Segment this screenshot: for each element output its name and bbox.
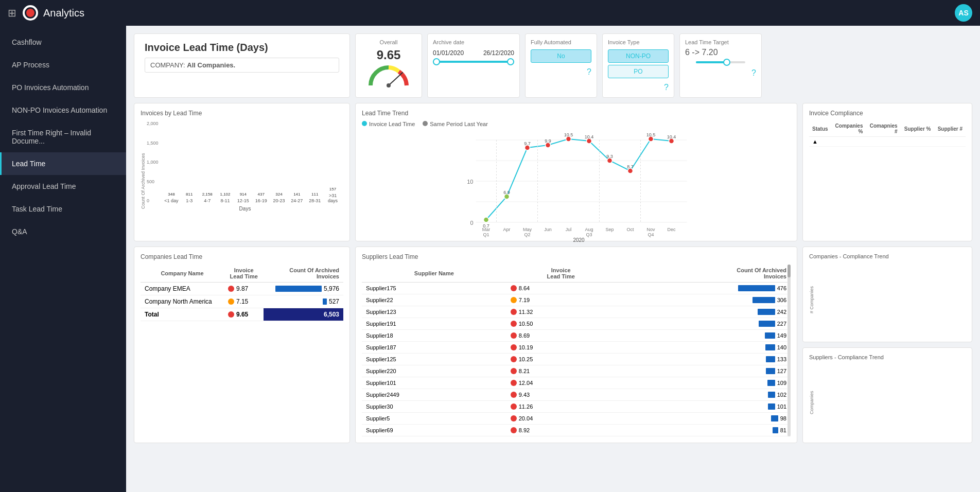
fully-automated-help-icon[interactable]: ?: [587, 67, 591, 77]
svg-text:Oct: Oct: [626, 227, 634, 232]
fully-automated-card: Fully Automated No ?: [525, 33, 597, 98]
companies-th-lt: InvoiceLead Time: [224, 265, 264, 283]
trend-legend: Invoice Lead Time Same Period Last Year: [362, 121, 791, 127]
companies-lead-time-card: Companies Lead Time Company Name Invoice…: [134, 247, 350, 443]
compliance-th-supplier-num: Supplier #: [934, 121, 966, 137]
suppliers-lt-table: Supplier Name InvoiceLead Time Count Of …: [362, 265, 791, 436]
lead-time-target-value: 6 -> 7.20: [685, 48, 756, 57]
suppliers-th-count: Count Of ArchivedInvoices: [616, 265, 791, 283]
svg-text:8.7: 8.7: [627, 164, 634, 169]
table-row: Supplier187 10.19 140: [362, 342, 791, 354]
gauge-svg: [365, 62, 412, 91]
archive-date-card: Archive date 01/01/2020 26/12/2020: [427, 33, 520, 98]
companies-lt-table: Company Name InvoiceLead Time Count Of A…: [141, 265, 343, 321]
grid-icon[interactable]: ⊞: [8, 7, 16, 19]
invoice-type-help-icon[interactable]: ?: [664, 83, 669, 92]
suppliers-compliance-trend-label: Suppliers - Compliance Trend: [809, 354, 966, 360]
compliance-table: Status Companies% Comapnies# Supplier % …: [809, 121, 966, 147]
archive-date-label: Archive date: [433, 39, 514, 45]
lead-time-target-help-icon[interactable]: ?: [751, 68, 756, 78]
invoices-chart-title: Invoices by Lead Time: [141, 110, 343, 117]
sidebar: Cashflow AP Process PO Invoices Automati…: [0, 26, 126, 492]
app-title: Analytics: [43, 7, 955, 19]
sidebar-item-task-lead-time[interactable]: Task Lead Time: [0, 198, 126, 220]
legend-last-year: Same Period Last Year: [423, 121, 488, 127]
dot-icon: [511, 297, 517, 303]
suppliers-lt-title: Suppliers Lead Time: [362, 253, 791, 260]
invoice-type-nonpo-btn[interactable]: NON-PO: [608, 49, 669, 63]
svg-line-0: [389, 73, 402, 85]
svg-text:10.5: 10.5: [564, 132, 573, 137]
page-title: Invoice Lead Time (Days): [145, 42, 339, 54]
main-content: Invoice Lead Time (Days) COMPANY: All Co…: [126, 26, 980, 492]
bar-group-9: 111 28-31: [307, 192, 323, 203]
table-row: Supplier220 8.21 127: [362, 365, 791, 377]
date-slider-track[interactable]: [433, 61, 514, 63]
compliance-th-companies-num: Comapnies#: [866, 121, 900, 137]
sidebar-item-first-time-right[interactable]: First Time Right – Invalid Docume...: [0, 121, 126, 152]
invoices-by-lead-time-card: Invoices by Lead Time Count Of Archived …: [134, 103, 350, 241]
archive-date-from: 01/01/2020: [433, 49, 464, 57]
sidebar-item-qa[interactable]: Q&A: [0, 220, 126, 243]
svg-text:9.7: 9.7: [524, 141, 531, 146]
dot-red-icon: [228, 286, 234, 292]
sidebar-item-approval-lead-time[interactable]: Approval Lead Time: [0, 175, 126, 198]
dot-orange-icon: [228, 298, 234, 305]
svg-text:Jun: Jun: [544, 227, 552, 232]
dot-icon: [511, 356, 517, 362]
mid-row: Invoices by Lead Time Count Of Archived …: [134, 103, 972, 241]
table-row: Company North America 7.15 527: [141, 295, 343, 308]
suppliers-th-lt: InvoiceLead Time: [506, 265, 616, 283]
table-row: Supplier2449 9.43 102: [362, 389, 791, 401]
top-row: Invoice Lead Time (Days) COMPANY: All Co…: [134, 33, 972, 98]
svg-point-1: [387, 83, 391, 87]
invoice-compliance-card: Invoice Compliance Status Companies% Com…: [802, 103, 972, 241]
sidebar-item-nonpo-invoices[interactable]: NON-PO Invoices Automation: [0, 99, 126, 121]
gauge: [365, 62, 412, 91]
svg-text:9.3: 9.3: [606, 154, 613, 159]
bar-group-6: 437 16-19: [253, 192, 269, 203]
sidebar-item-po-invoices[interactable]: PO Invoices Automation: [0, 76, 126, 99]
svg-text:6.9: 6.9: [503, 190, 510, 195]
company-filter[interactable]: COMPANY: All Companies.: [145, 58, 339, 73]
lead-time-target-card: Lead Time Target 6 -> 7.20 ?: [679, 33, 762, 98]
fully-automated-no-btn[interactable]: No: [531, 49, 591, 63]
table-row: Supplier22 7.19 306: [362, 294, 791, 306]
suppliers-compliance-y-label: Companies: [809, 363, 814, 414]
companies-compliance-trend-label: Companies - Compliance Trend: [809, 253, 966, 259]
dot-red-icon: [228, 311, 234, 318]
invoice-type-label: Invoice Type: [608, 39, 669, 45]
dot-icon: [511, 344, 517, 350]
bar-group-8: 141 24-27: [289, 192, 305, 203]
invoice-type-card: Invoice Type NON-PO PO ?: [602, 33, 674, 98]
table-row: Supplier125 10.25 133: [362, 354, 791, 365]
compliance-th-companies-pct: Companies%: [831, 121, 866, 137]
sidebar-item-ap-process[interactable]: AP Process: [0, 54, 126, 76]
company-label: COMPANY:: [150, 61, 185, 69]
companies-compliance-trend-card: Companies - Compliance Trend # Companies: [802, 247, 972, 342]
companies-th-count: Count Of ArchivedInvoices: [264, 265, 343, 283]
table-row: Supplier101 12.04 109: [362, 377, 791, 389]
compliance-th-status: Status: [809, 121, 831, 137]
overall-value: 9.65: [361, 48, 416, 62]
svg-text:May: May: [523, 227, 532, 232]
dot-icon: [511, 392, 517, 398]
svg-text:Jul: Jul: [566, 227, 572, 232]
invoice-type-po-btn[interactable]: PO: [608, 65, 669, 78]
svg-text:10.4: 10.4: [667, 134, 676, 139]
bar-group-10: 157 >31 days: [325, 187, 341, 203]
overall-card: Overall 9.65: [355, 33, 422, 98]
dot-icon: [511, 309, 517, 315]
dot-icon: [511, 380, 517, 386]
sidebar-item-lead-time[interactable]: Lead Time: [0, 152, 126, 175]
dot-icon: [511, 321, 517, 327]
bar-group-3: 2,158 4-7: [199, 192, 215, 203]
svg-text:Dec: Dec: [667, 227, 676, 232]
target-slider-track[interactable]: [696, 61, 746, 63]
sidebar-item-cashflow[interactable]: Cashflow: [0, 31, 126, 54]
bar-group-1: 348 <1 day: [164, 192, 180, 203]
companies-th-name: Company Name: [141, 265, 224, 283]
overall-label: Overall: [361, 39, 416, 45]
companies-lt-title: Companies Lead Time: [141, 253, 343, 260]
avatar[interactable]: AS: [955, 4, 972, 22]
